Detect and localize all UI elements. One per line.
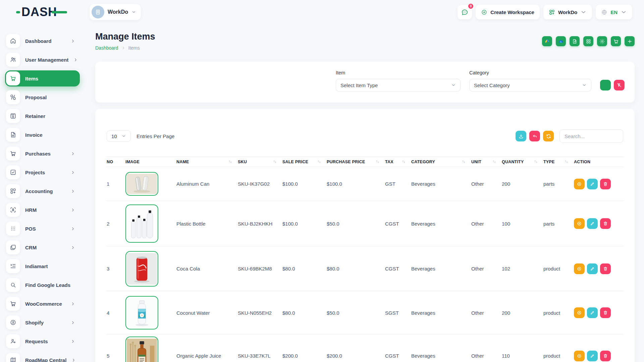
sidebar-item-shopify[interactable]: Shopify [5,314,80,330]
sort-icon[interactable] [317,160,321,164]
item-type-select[interactable]: Select Item Type [336,79,461,92]
cart-icon [10,300,16,307]
column-header-sale-price[interactable]: SALE PRICE [282,160,327,164]
sidebar-item-projects[interactable]: Projects [5,164,80,180]
chevron-right-icon [71,208,75,212]
item-type: product [543,310,574,316]
sidebar-item-accounting[interactable]: Accounting [5,183,80,199]
delete-button[interactable] [600,307,611,318]
column-header-sku[interactable]: SKU [238,160,282,164]
edit-button[interactable] [587,351,598,361]
delete-button[interactable] [600,179,611,189]
category-select[interactable]: Select Category [469,79,591,92]
chevron-right-icon [71,152,75,156]
workdo-apps-button[interactable]: WorkDo [543,5,592,19]
edit-button[interactable] [587,263,598,274]
item-quantity: 110 [502,353,543,359]
eye-icon [577,221,582,226]
home-icon [10,38,16,44]
cart-button[interactable] [611,36,621,46]
column-header-tax[interactable]: TAX [385,160,411,164]
table-row: 5Organic Apple JuiceSKU-33E7K7L$200.0$20… [107,335,623,362]
sidebar-item-dashboard[interactable]: Dashboard [5,33,80,49]
sidebar-item-retainer[interactable]: Retainer [5,108,80,124]
column-header-unit[interactable]: UNIT [471,160,502,164]
sidebar-item-requests[interactable]: Requests [5,333,80,349]
grid-icon [586,39,591,44]
workdo-apps-label: WorkDo [558,9,577,15]
sort-icon[interactable] [401,160,406,164]
search-icon [10,282,16,288]
plastic-bottles-thumb [125,204,158,243]
sidebar-item-find-google-leads[interactable]: Find Google Leads [5,277,80,293]
row-actions [574,351,623,361]
sort-icon[interactable] [534,160,538,164]
item-tax: CGST [385,353,411,359]
export-button[interactable] [516,131,526,141]
undo-button[interactable] [529,131,540,141]
item-image [125,337,176,362]
gear-button[interactable] [597,36,607,46]
sidebar-item-items[interactable]: Items [5,70,80,86]
sidebar-item-woocommerce[interactable]: WooCommerce [5,296,80,312]
filter-reset-button[interactable] [614,80,625,90]
edit-button[interactable] [587,307,598,318]
view-button[interactable] [574,351,585,361]
eye-icon [577,266,582,272]
filter-card: Item Select Item Type Category Select Ca… [95,62,635,103]
grid-button[interactable] [583,36,593,46]
delete-button[interactable] [600,263,611,274]
sort-icon[interactable] [564,160,569,164]
sort-icon[interactable] [273,160,277,164]
column-header-category[interactable]: CATEGORY [411,160,471,164]
onedrive-button[interactable] [556,36,566,46]
edit-button[interactable] [587,179,598,189]
entries-per-page-select[interactable]: 10 [107,130,131,142]
sidebar-item-hrm[interactable]: HRM [5,202,80,218]
table-row: 2Plastic BottleSKU-BJ2KHKH$100.0$50.0CGS… [107,201,623,246]
sort-icon[interactable] [492,160,496,164]
sidebar-item-indiamart[interactable]: Indiamart [5,258,80,274]
chevron-right-icon [71,170,75,175]
file-export-button[interactable] [570,36,580,46]
item-image [125,251,176,287]
item-sale-price: $100.0 [282,181,327,187]
view-button[interactable] [574,263,585,274]
refresh-button[interactable] [543,131,554,141]
sort-icon[interactable] [228,160,232,164]
sidebar-item-purchases[interactable]: Purchases [5,145,80,162]
language-selector[interactable]: EN [596,5,632,19]
delete-button[interactable] [600,218,611,229]
item-type-value: Select Item Type [340,82,378,88]
google-drive-button[interactable] [542,36,552,46]
column-header-purchase-price[interactable]: PURCHASE PRICE [327,160,385,164]
workspace-selector[interactable]: WorkDo [90,4,141,20]
column-header-quantity[interactable]: QUANTITY [502,160,543,164]
sidebar-item-pos[interactable]: POS [5,221,80,237]
delete-button[interactable] [600,351,611,361]
table-search-input[interactable] [559,129,623,143]
view-button[interactable] [574,179,585,189]
plus-button[interactable] [625,36,635,46]
view-button[interactable] [574,307,585,318]
brand-logo: DASH [21,5,67,19]
view-button[interactable] [574,218,585,229]
create-workspace-button[interactable]: Create Workspace [476,5,540,19]
messages-button[interactable]: 0 [458,5,472,19]
column-header-type[interactable]: TYPE [543,160,574,164]
sort-icon[interactable] [375,160,380,164]
sort-icon[interactable] [462,160,466,164]
filter-search-button[interactable] [600,80,611,90]
edit-button[interactable] [587,218,598,229]
breadcrumb-dashboard-link[interactable]: Dashboard [95,45,118,51]
swap-boxes-icon [10,94,16,101]
item-sku: SKU-33E7K7L [238,353,282,359]
sidebar-item-user-management[interactable]: User Management [5,52,80,68]
sidebar-item-proposal[interactable]: Proposal [5,89,80,105]
column-header-name[interactable]: NAME [176,160,238,164]
sidebar-item-roadmap-central[interactable]: RoadMap Central [5,352,80,362]
item-unit: Other [471,310,502,316]
sidebar-item-crm[interactable]: CRM [5,239,80,255]
sidebar-item-invoice[interactable]: Invoice [5,127,80,143]
cart-icon [10,75,16,82]
